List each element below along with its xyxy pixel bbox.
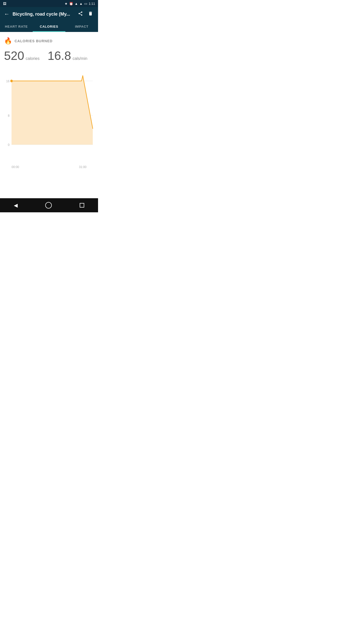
calories-value: 520 bbox=[4, 49, 24, 63]
svg-text:8: 8 bbox=[8, 114, 10, 117]
svg-text:0: 0 bbox=[8, 143, 10, 147]
page-title: Bicycling, road cycle (My... bbox=[13, 12, 74, 17]
main-content: 🔥 CALORIES BURNED 520 calories 16.8 cals… bbox=[0, 32, 98, 198]
share-button[interactable] bbox=[77, 10, 84, 18]
tab-heart-rate[interactable]: HEART RATE bbox=[0, 21, 33, 32]
app-bar: ← Bicycling, road cycle (My... bbox=[0, 7, 98, 21]
status-bar: 🖼 ★ ⏰ ▲ ▲ ▭ 1:11 bbox=[0, 0, 98, 7]
section-title: CALORIES BURNED bbox=[15, 39, 53, 43]
wifi-icon: ▲ bbox=[75, 2, 78, 6]
chart-start-dot bbox=[10, 80, 13, 83]
bottom-nav: ◀ bbox=[0, 198, 98, 212]
rate-value: 16.8 bbox=[48, 49, 71, 63]
calories-chart: 0 8 16 bbox=[4, 68, 94, 163]
bluetooth-icon: ★ bbox=[65, 2, 68, 6]
nav-back-button[interactable]: ◀ bbox=[12, 200, 20, 210]
time-display: 1:11 bbox=[89, 2, 95, 6]
battery-icon: ▭ bbox=[84, 2, 87, 6]
chart-fill bbox=[12, 76, 93, 145]
photo-icon: 🖼 bbox=[3, 2, 6, 6]
delete-button[interactable] bbox=[87, 10, 94, 18]
nav-home-button[interactable] bbox=[43, 200, 54, 211]
tab-calories[interactable]: CALORIES bbox=[33, 21, 65, 32]
section-header: 🔥 CALORIES BURNED bbox=[4, 37, 94, 45]
stats-row: 520 calories 16.8 cals/min bbox=[4, 49, 94, 63]
recents-square-icon bbox=[80, 203, 84, 208]
alarm-icon: ⏰ bbox=[69, 2, 73, 6]
svg-text:16: 16 bbox=[6, 79, 10, 83]
delete-icon bbox=[88, 11, 93, 16]
tab-impact[interactable]: IMPACT bbox=[65, 21, 98, 32]
home-circle-icon bbox=[45, 202, 52, 209]
signal-icon: ▲ bbox=[79, 2, 83, 6]
flame-icon: 🔥 bbox=[4, 37, 12, 45]
nav-recents-button[interactable] bbox=[78, 201, 86, 210]
x-label-start: 00:00 bbox=[12, 165, 19, 169]
rate-unit: cals/min bbox=[73, 56, 87, 61]
rate-stat: 16.8 cals/min bbox=[48, 49, 87, 63]
tabs-container: HEART RATE CALORIES IMPACT bbox=[0, 21, 98, 32]
x-label-end: 31:00 bbox=[79, 165, 86, 169]
calories-stat: 520 calories bbox=[4, 49, 39, 63]
chart-container: 0 8 16 00:00 31:00 bbox=[4, 68, 94, 163]
share-icon bbox=[78, 11, 83, 16]
calories-unit: calories bbox=[26, 56, 39, 61]
back-button[interactable]: ← bbox=[4, 11, 10, 17]
